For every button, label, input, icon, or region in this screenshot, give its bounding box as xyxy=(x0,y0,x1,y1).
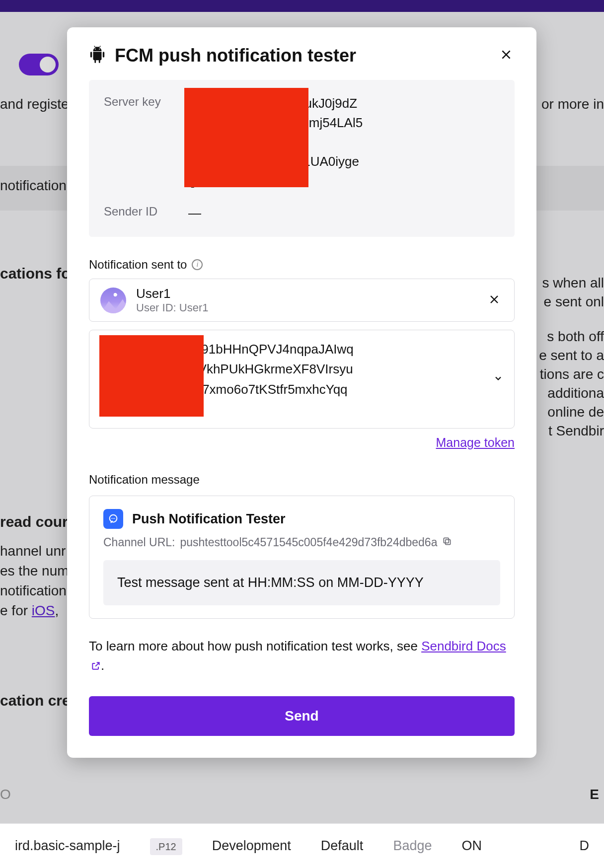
user-id: User ID: User1 xyxy=(136,301,208,314)
close-icon xyxy=(500,48,513,61)
channel-url-label: Channel URL: xyxy=(103,536,175,549)
user-name: User1 xyxy=(136,286,208,301)
fcm-tester-modal: FCM push notification tester Server key … xyxy=(67,27,536,758)
server-key-value: 1bGdumVxF9BfQYeukJ0j9dZ q2Gp6CzWtSxXNKYm… xyxy=(188,94,363,191)
info-icon[interactable]: i xyxy=(192,259,203,270)
copy-channel-url-button[interactable] xyxy=(442,536,452,549)
svg-rect-9 xyxy=(444,538,449,543)
send-button[interactable]: Send xyxy=(89,696,515,736)
credentials-table-row: ird.basic-sample-j .P12 Development Defa… xyxy=(0,823,604,868)
notification-message-card: Push Notification Tester Channel URL: pu… xyxy=(89,496,515,619)
device-token-select[interactable]: uOTl2p39eB:APA91bHHnQPVJ4nqpaJAIwq MQ1w1… xyxy=(89,330,515,429)
modal-title: FCM push notification tester xyxy=(115,45,356,66)
page-root: and register notification cations for or… xyxy=(0,0,604,868)
redaction-block xyxy=(99,335,204,417)
sender-id-value: — xyxy=(188,204,201,223)
sendbird-docs-link-text: Sendbird Docs xyxy=(421,639,506,653)
external-link-icon xyxy=(91,657,101,676)
modal-title-wrap: FCM push notification tester xyxy=(89,45,356,66)
channel-url-line: Channel URL: pushtesttool5c4571545c005f4… xyxy=(103,536,500,549)
sent-to-label: Notification sent to i xyxy=(89,258,515,272)
user-id-value: User1 xyxy=(179,301,209,314)
server-key-row: Server key 1bGdumVxF9BfQYeukJ0j9dZ q2Gp6… xyxy=(104,94,500,191)
badge-cell: Badge xyxy=(378,838,447,854)
copy-icon xyxy=(442,536,452,546)
status-cell: ON xyxy=(447,838,497,854)
svg-rect-3 xyxy=(103,52,104,57)
credentials-box: Server key 1bGdumVxF9BfQYeukJ0j9dZ q2Gp6… xyxy=(89,80,515,237)
chevron-down-icon xyxy=(493,373,503,383)
svg-point-1 xyxy=(99,49,100,50)
message-card-header: Push Notification Tester xyxy=(103,509,500,529)
close-icon xyxy=(488,293,500,305)
learn-more-text: To learn more about how push notificatio… xyxy=(89,637,515,676)
user-meta: User1 User ID: User1 xyxy=(136,286,208,314)
message-section-label-text: Notification message xyxy=(89,473,200,487)
sender-id-row: Sender ID — xyxy=(104,204,500,223)
close-button[interactable] xyxy=(498,46,515,65)
sent-to-label-text: Notification sent to xyxy=(89,258,187,272)
cert-type-cell: .P12 xyxy=(135,838,197,854)
android-icon xyxy=(89,45,106,66)
sender-id-label: Sender ID xyxy=(104,204,173,218)
token-dropdown-toggle[interactable] xyxy=(493,373,503,385)
manage-token-wrap: Manage token xyxy=(89,435,515,450)
message-card-title: Push Notification Tester xyxy=(132,511,286,527)
remove-user-button[interactable] xyxy=(485,290,503,310)
message-body-preview: Test message sent at HH:MM:SS on MM-DD-Y… xyxy=(103,560,500,605)
channel-url-value: pushtesttool5c4571545c005f4e429d73fb24db… xyxy=(180,536,437,549)
svg-point-5 xyxy=(111,518,112,519)
svg-rect-8 xyxy=(446,540,451,545)
redaction-block xyxy=(184,88,308,187)
svg-point-0 xyxy=(95,49,96,50)
app-name-cell: ird.basic-sample-j xyxy=(0,838,135,854)
sound-cell: Default xyxy=(306,838,378,854)
modal-header: FCM push notification tester xyxy=(89,45,515,66)
learn-more-suffix: . xyxy=(101,658,104,673)
svg-rect-2 xyxy=(90,52,92,57)
learn-more-prefix: To learn more about how push notificatio… xyxy=(89,639,421,653)
avatar xyxy=(100,288,126,313)
user-id-prefix: User ID: xyxy=(136,301,179,314)
server-key-label: Server key xyxy=(104,94,173,109)
p12-pill: .P12 xyxy=(150,838,182,855)
message-section-label: Notification message xyxy=(89,473,515,487)
row-tail-cell: D xyxy=(565,838,604,854)
svg-point-6 xyxy=(113,518,114,519)
env-cell: Development xyxy=(197,838,306,854)
recipient-user-row: User1 User ID: User1 xyxy=(89,279,515,322)
manage-token-link[interactable]: Manage token xyxy=(436,435,515,449)
svg-point-7 xyxy=(114,518,115,519)
chat-icon xyxy=(103,509,123,529)
